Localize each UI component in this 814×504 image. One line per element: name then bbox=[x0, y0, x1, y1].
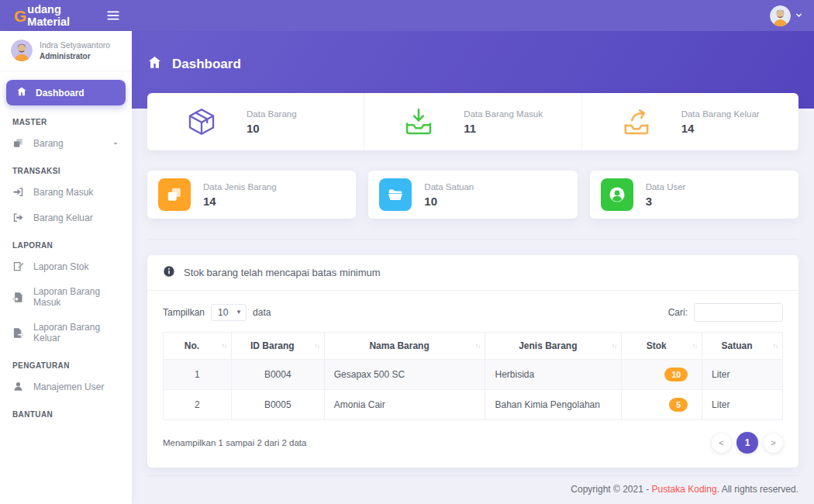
copyright-suffix: . All rights reserved. bbox=[717, 484, 798, 495]
search-input[interactable] bbox=[694, 303, 783, 322]
sort-icon: ↑↓ bbox=[692, 342, 698, 350]
user-menu[interactable] bbox=[770, 5, 814, 26]
sort-icon: ↑↓ bbox=[612, 342, 617, 350]
table-header-row: No.↑↓ ID Barang↑↓ Nama Barang↑↓ Jenis Ba… bbox=[164, 333, 783, 360]
home-icon bbox=[16, 86, 27, 99]
cell-satuan: Liter bbox=[702, 360, 783, 390]
minimum-stock-table: No.↑↓ ID Barang↑↓ Nama Barang↑↓ Jenis Ba… bbox=[163, 332, 783, 420]
card-label: Data Jenis Barang bbox=[203, 182, 277, 192]
sidebar-item-laporan-barang-keluar[interactable]: Laporan Barang Keluar bbox=[0, 315, 132, 350]
brand[interactable]: Gudang Material bbox=[0, 3, 132, 28]
avatar bbox=[770, 5, 791, 26]
avatar bbox=[11, 40, 33, 61]
sidebar-item-label: Laporan Stok bbox=[33, 261, 88, 272]
stat-label: Data Barang bbox=[247, 109, 297, 119]
cell-no: 1 bbox=[164, 360, 232, 390]
cell-id-barang: B0005 bbox=[231, 390, 324, 420]
cell-nama-barang: Gesapax 500 SC bbox=[324, 360, 485, 390]
card-data-satuan: Data Satuan 10 bbox=[368, 171, 577, 219]
sidebar-item-barang[interactable]: Barang bbox=[0, 130, 132, 156]
sidebar-item-barang-masuk[interactable]: Barang Masuk bbox=[0, 179, 132, 205]
stats-card: Data Barang 10 Data Barang Masuk 11 bbox=[147, 93, 798, 150]
pagination-prev-button[interactable]: < bbox=[712, 433, 731, 453]
stat-data-barang-masuk: Data Barang Masuk 11 bbox=[364, 93, 581, 150]
section-divider bbox=[147, 239, 798, 240]
chevron-down-icon bbox=[112, 140, 119, 147]
cell-jenis-barang: Herbisida bbox=[485, 360, 622, 390]
sign-in-icon bbox=[12, 186, 24, 198]
sidebar-section-transaksi: TRANSAKSI bbox=[0, 156, 132, 179]
stat-value: 11 bbox=[464, 122, 543, 135]
box-out-icon bbox=[621, 106, 652, 137]
info-icon bbox=[163, 265, 175, 280]
column-header-stok[interactable]: Stok↑↓ bbox=[622, 333, 702, 360]
inbox-in-icon bbox=[403, 106, 434, 137]
user-circle-icon bbox=[601, 178, 633, 211]
brand-logo-text: udang Material bbox=[27, 3, 105, 28]
minimum-stock-card: Stok barang telah mencapai batas minimum… bbox=[147, 255, 798, 468]
sidebar-item-laporan-stok[interactable]: Laporan Stok bbox=[0, 254, 132, 279]
sidebar-item-label: Laporan Barang Keluar bbox=[33, 322, 119, 343]
stat-label: Data Barang Keluar bbox=[681, 109, 760, 119]
hamburger-menu-icon[interactable] bbox=[105, 8, 121, 23]
sidebar-item-dashboard[interactable]: Dashboard bbox=[6, 80, 126, 105]
sidebar-item-manajemen-user[interactable]: Manajemen User bbox=[0, 374, 132, 399]
table-row: 1 B0004 Gesapax 500 SC Herbisida 10 Lite… bbox=[164, 360, 783, 390]
sidebar-item-label: Barang Keluar bbox=[33, 212, 93, 223]
file-import-icon bbox=[12, 292, 24, 303]
pagination-page-1-button[interactable]: 1 bbox=[736, 432, 758, 454]
sidebar-item-barang-keluar[interactable]: Barang Keluar bbox=[0, 205, 132, 230]
cell-stok: 5 bbox=[622, 390, 702, 420]
chevron-down-icon bbox=[795, 9, 803, 22]
stock-badge: 5 bbox=[669, 398, 688, 412]
column-header-no[interactable]: No.↑↓ bbox=[164, 333, 232, 360]
footer: Copyright © 2021 - Pustaka Koding. All r… bbox=[147, 475, 798, 504]
search-label: Cari: bbox=[668, 307, 688, 318]
card-value: 3 bbox=[646, 195, 686, 208]
stock-badge: 10 bbox=[664, 368, 688, 381]
layers-icon bbox=[158, 178, 191, 211]
folder-open-icon bbox=[379, 178, 412, 211]
card-label: Data User bbox=[646, 182, 686, 192]
sort-icon: ↑↓ bbox=[314, 342, 319, 350]
sidebar-section-master: MASTER bbox=[0, 107, 132, 130]
pagination: < 1 > bbox=[712, 432, 783, 454]
sort-icon: ↑↓ bbox=[221, 342, 226, 350]
stat-data-barang: Data Barang 10 bbox=[147, 93, 364, 150]
stat-value: 14 bbox=[681, 122, 760, 135]
stat-label: Data Barang Masuk bbox=[464, 109, 543, 119]
card-data-user: Data User 3 bbox=[590, 171, 798, 219]
alert-header: Stok barang telah mencapai batas minimum bbox=[147, 255, 798, 291]
page-title: Dashboard bbox=[172, 57, 241, 72]
sidebar-user-box: Indra Setyawantoro Administrator bbox=[0, 31, 132, 71]
sort-icon: ↑↓ bbox=[773, 342, 778, 350]
page-length-label: Tampilkan bbox=[163, 307, 205, 318]
stat-value: 10 bbox=[247, 122, 297, 135]
home-icon bbox=[147, 55, 162, 74]
page-length-select[interactable]: 10 bbox=[211, 304, 247, 321]
column-header-nama-barang[interactable]: Nama Barang↑↓ bbox=[324, 333, 485, 360]
sidebar-item-laporan-barang-masuk[interactable]: Laporan Barang Masuk bbox=[0, 279, 132, 315]
card-value: 14 bbox=[203, 195, 277, 208]
column-header-satuan[interactable]: Satuan↑↓ bbox=[702, 333, 783, 360]
sort-icon: ↑↓ bbox=[475, 342, 481, 350]
cell-stok: 10 bbox=[622, 360, 702, 390]
sidebar-item-label: Barang Masuk bbox=[33, 187, 93, 198]
file-export-icon bbox=[12, 327, 24, 339]
column-header-jenis-barang[interactable]: Jenis Barang↑↓ bbox=[485, 333, 622, 360]
sidebar-section-laporan: LAPORAN bbox=[0, 230, 132, 254]
pagination-next-button[interactable]: > bbox=[764, 433, 783, 453]
card-label: Data Satuan bbox=[424, 182, 474, 192]
table-info: Menampilkan 1 sampai 2 dari 2 data bbox=[163, 438, 306, 447]
cell-jenis-barang: Bahan Kimia Pengolahan bbox=[485, 390, 622, 420]
column-header-id-barang[interactable]: ID Barang↑↓ bbox=[231, 333, 324, 360]
user-icon bbox=[12, 381, 24, 392]
table-row: 2 B0005 Amonia Cair Bahan Kimia Pengolah… bbox=[164, 390, 783, 420]
copyright-text: Copyright © 2021 - bbox=[571, 484, 651, 495]
sidebar-item-label: Laporan Barang Masuk bbox=[33, 286, 119, 308]
footer-link[interactable]: Pustaka Koding bbox=[652, 484, 717, 495]
user-name: Indra Setyawantoro bbox=[40, 40, 110, 51]
sidebar-section-bantuan: BANTUAN bbox=[0, 399, 132, 423]
report-edit-icon bbox=[12, 261, 24, 272]
cell-nama-barang: Amonia Cair bbox=[324, 390, 485, 420]
